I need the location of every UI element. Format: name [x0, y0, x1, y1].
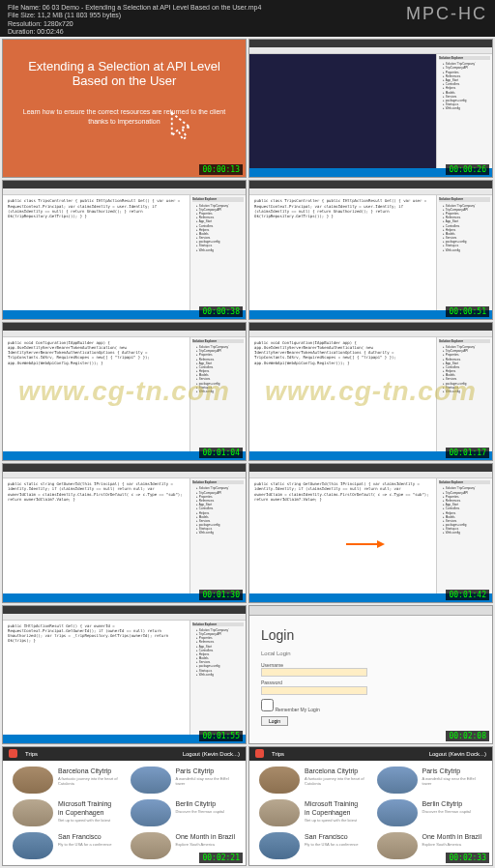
trip-thumbnail	[131, 799, 171, 826]
tree-item[interactable]: Web.config	[439, 248, 490, 252]
username-label: Username	[261, 662, 367, 668]
vs-editor	[249, 54, 436, 168]
thumb-4[interactable]: public class TripsController { public IH…	[248, 180, 493, 319]
thumb-12[interactable]: Trips Logout (Kevin Dock...) Barcelona C…	[248, 746, 493, 866]
code-editor: public static string GetOwnerId(this IPr…	[3, 478, 189, 593]
remember-checkbox[interactable]	[261, 699, 274, 711]
login-subheading: Local Login	[261, 651, 480, 656]
username-input[interactable]	[261, 668, 367, 677]
trip-desc: Discover the German capital	[422, 809, 483, 814]
trip-thumbnail	[13, 799, 53, 826]
slide-title: Extending a Selection at API Level Based…	[17, 59, 231, 88]
vs-toolbar	[3, 188, 246, 195]
header-bar: File Name: 06 03 Demo - Extending a Sele…	[0, 0, 495, 37]
trip-desc: Get up to speed with the latest	[305, 818, 365, 823]
trip-item[interactable]: Barcelona CitytripA fantastic journey in…	[259, 767, 365, 794]
nav-brand[interactable]: Trips	[272, 751, 284, 757]
trip-item[interactable]: Paris CitytripA wonderful stay near the …	[131, 767, 237, 794]
trip-item[interactable]: Microsoft Training in CopenhagenGet up t…	[13, 799, 119, 826]
timestamp: 00:00:26	[446, 164, 489, 175]
slide-subtitle: Learn how to ensure the correct resource…	[17, 107, 231, 127]
timestamp: 00:01:17	[446, 448, 489, 458]
brand-logo-icon	[255, 749, 264, 758]
resolution-label: Resolution:	[8, 20, 42, 27]
timestamp: 00:00:38	[199, 306, 243, 317]
trips-navbar: Trips Logout (Kevin Dock...)	[249, 747, 492, 761]
trip-desc: Fly to the USA for a conference	[58, 842, 119, 847]
vs-window: Solution ExplorerSolution 'TripCompany'T…	[249, 40, 492, 177]
trip-item[interactable]: Berlin CitytripDiscover the German capit…	[377, 799, 483, 826]
login-page: Login Local Login Username Password Reme…	[249, 606, 492, 743]
resolution-value: 1280x720	[44, 20, 73, 27]
trip-item[interactable]: Berlin CitytripDiscover the German capit…	[131, 799, 237, 826]
thumb-8[interactable]: public static string GetOwnerId(this IPr…	[248, 463, 493, 602]
nav-brand[interactable]: Trips	[25, 751, 38, 757]
code-editor: public void Configuration(IAppBuilder ap…	[249, 337, 436, 451]
panel-title: Solution Explorer	[192, 480, 244, 484]
timestamp: 00:00:51	[446, 306, 489, 317]
thumb-1[interactable]: Extending a Selection at API Level Based…	[2, 39, 247, 178]
vs-titlebar	[3, 181, 246, 188]
timestamp: 00:02:33	[446, 853, 489, 863]
trip-item[interactable]: Microsoft Training in CopenhagenGet up t…	[259, 799, 365, 826]
thumb-10[interactable]: Login Local Login Username Password Reme…	[248, 605, 493, 744]
vs-window: public void Configuration(IAppBuilder ap…	[249, 323, 492, 460]
solution-explorer: Solution ExplorerSolution 'TripCompany'T…	[436, 54, 492, 168]
tree-item[interactable]: Web.config	[439, 390, 490, 393]
thumb-7[interactable]: public static string GetOwnerId(this IPr…	[2, 463, 247, 602]
trip-desc: Fly to the USA for a conference	[305, 842, 365, 847]
trip-info: San FranciscoFly to the USA for a confer…	[58, 832, 119, 848]
vs-window: public static string GetOwnerId(this IPr…	[3, 464, 246, 601]
trip-thumbnail	[377, 832, 418, 859]
trip-desc: A fantastic journey into the heart of Ca…	[58, 776, 119, 786]
password-input[interactable]	[261, 686, 367, 695]
trips-page: Trips Logout (Kevin Dock...) Barcelona C…	[249, 747, 492, 865]
timestamp: 00:01:04	[199, 448, 243, 458]
nav-logout[interactable]: Logout (Kevin Dock...)	[183, 751, 240, 757]
trip-item[interactable]: Barcelona CitytripA fantastic journey in…	[13, 767, 119, 794]
trip-item[interactable]: Paris CitytripA wonderful stay near the …	[377, 767, 483, 794]
trip-thumbnail	[377, 767, 418, 794]
solution-explorer: Solution ExplorerSolution 'TripCompany'T…	[436, 195, 492, 309]
trips-page: Trips Logout (Kevin Dock...) Barcelona C…	[3, 747, 246, 865]
tree-item[interactable]: Web.config	[192, 248, 244, 252]
trip-title: Paris Citytrip	[422, 767, 483, 775]
timestamp: 00:02:21	[199, 853, 243, 863]
trip-title: Microsoft Training in Copenhagen	[58, 799, 119, 817]
file-name-label: File Name:	[8, 4, 41, 11]
thumb-9[interactable]: public IHttpActionResult Get() { var own…	[2, 605, 247, 744]
cursor-icon	[168, 109, 197, 143]
trip-info: Barcelona CitytripA fantastic journey in…	[305, 767, 365, 787]
trip-info: San FranciscoFly to the USA for a confer…	[305, 832, 365, 848]
trip-thumbnail	[377, 799, 418, 826]
tree-item[interactable]: Web.config	[192, 531, 244, 535]
trip-info: One Month in BrazilExplore South America	[422, 832, 483, 848]
trip-title: Microsoft Training in Copenhagen	[305, 799, 365, 817]
trips-list: Barcelona CitytripA fantastic journey in…	[3, 761, 246, 865]
tree-item[interactable]: Web.config	[192, 673, 244, 677]
trip-title: Berlin Citytrip	[176, 799, 237, 808]
thumb-6[interactable]: public void Configuration(IAppBuilder ap…	[248, 322, 493, 461]
tree-item[interactable]: Web.config	[192, 390, 244, 393]
tree-item[interactable]: Web.config	[439, 106, 490, 110]
vs-toolbar	[249, 47, 492, 54]
trip-item[interactable]: San FranciscoFly to the USA for a confer…	[13, 832, 119, 859]
remember-checkbox-label[interactable]: Remember My Login	[261, 699, 480, 712]
trip-item[interactable]: San FranciscoFly to the USA for a confer…	[259, 832, 365, 859]
solution-explorer: Solution ExplorerSolution 'TripCompany'T…	[436, 478, 492, 593]
nav-logout[interactable]: Logout (Kevin Dock...)	[429, 751, 486, 757]
vs-window: public class TripsController { public IH…	[3, 181, 246, 318]
brand-logo-icon	[9, 749, 17, 758]
thumb-3[interactable]: public class TripsController { public IH…	[2, 180, 247, 319]
tree-item[interactable]: Web.config	[439, 531, 490, 535]
trips-navbar: Trips Logout (Kevin Dock...)	[3, 747, 246, 761]
thumb-11[interactable]: Trips Logout (Kevin Dock...) Barcelona C…	[2, 746, 247, 866]
thumb-2[interactable]: Solution ExplorerSolution 'TripCompany'T…	[248, 39, 493, 178]
code-editor: public class TripsController { public IH…	[3, 195, 189, 309]
login-button[interactable]: Login	[261, 716, 288, 726]
trip-thumbnail	[131, 767, 171, 794]
login-heading: Login	[261, 627, 480, 643]
panel-title: Solution Explorer	[439, 56, 490, 60]
thumb-5[interactable]: public void Configuration(IAppBuilder ap…	[2, 322, 247, 461]
solution-explorer: Solution ExplorerSolution 'TripCompany'T…	[189, 195, 246, 309]
